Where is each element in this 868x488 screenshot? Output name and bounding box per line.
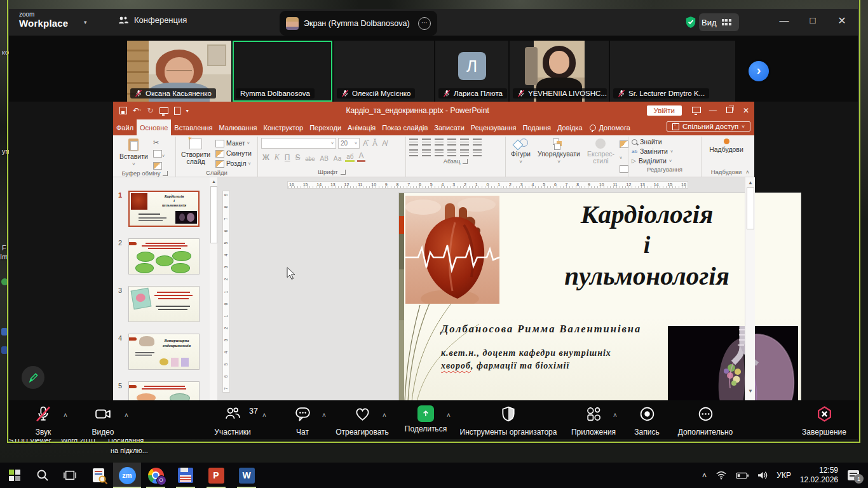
taskbar-word[interactable]: W: [231, 463, 262, 488]
slide-scrollbar[interactable]: ▲ ▼: [745, 177, 755, 400]
hidden-icons-chevron[interactable]: ˄: [702, 471, 707, 480]
tab-view[interactable]: Подання: [520, 119, 554, 135]
maximize-button[interactable]: □: [803, 15, 822, 25]
grow-font-icon[interactable]: А̂: [362, 139, 369, 148]
react-options-chevron[interactable]: ˄: [383, 412, 386, 419]
format-painter-icon[interactable]: [153, 162, 162, 170]
tab-design[interactable]: Конструктор: [260, 119, 306, 135]
start-button[interactable]: [0, 463, 29, 488]
cut-icon[interactable]: ✂: [153, 139, 165, 147]
slide-credentials-line2[interactable]: хвороб, фармації та біохімії: [441, 361, 569, 371]
align-center-icon[interactable]: [422, 149, 431, 156]
select-button[interactable]: ▷Виділити˅: [632, 157, 698, 165]
line-spacing-icon[interactable]: [460, 139, 469, 146]
taskbar-floppy-app[interactable]: [170, 463, 201, 488]
participant-tile[interactable]: Олексій Мусієнко: [334, 41, 434, 102]
layout-button[interactable]: Макет˅: [215, 139, 252, 147]
video-button[interactable]: Видео: [65, 405, 141, 437]
participant-tile[interactable]: Оксана Касьяненко: [127, 41, 231, 102]
slideshow-icon[interactable]: [159, 107, 168, 114]
copy-icon[interactable]: ˅: [153, 149, 165, 160]
slide-thumbnail-2[interactable]: [128, 238, 200, 274]
more-options-icon[interactable]: ⋯: [418, 17, 431, 30]
dialog-launcher-icon[interactable]: [341, 170, 346, 175]
share-options-chevron[interactable]: ˄: [447, 412, 451, 419]
more-button[interactable]: Дополнительно: [667, 405, 743, 437]
close-button[interactable]: ✕: [832, 15, 851, 27]
highlight-color-button[interactable]: аб: [345, 153, 355, 162]
tab-record[interactable]: Записати: [431, 119, 467, 135]
battery-icon[interactable]: [736, 472, 749, 479]
justify-icon[interactable]: [447, 149, 456, 156]
font-size-combo[interactable]: 20˅: [338, 138, 360, 149]
slide-thumbnail-4[interactable]: Ветеринарнаендокринологія: [128, 334, 200, 370]
section-button[interactable]: Розділ˅: [215, 159, 252, 168]
text-shadow-button[interactable]: abe: [304, 156, 316, 162]
chevron-down-icon[interactable]: ▾: [84, 19, 87, 25]
ppt-close-button[interactable]: ✕: [738, 106, 754, 115]
host-tools-button[interactable]: Инструменты организатора: [451, 405, 566, 437]
view-button[interactable]: Вид: [699, 13, 739, 31]
slide-thumbnail-3[interactable]: [128, 286, 200, 322]
participants-button[interactable]: 37 Участники: [194, 405, 271, 437]
sign-in-button[interactable]: Увійти: [647, 105, 682, 116]
language-indicator[interactable]: УКР: [776, 471, 791, 480]
annotate-button[interactable]: [22, 366, 44, 389]
tab-help[interactable]: Довідка: [554, 119, 586, 135]
next-participants-button[interactable]: ›: [749, 61, 769, 81]
tab-review[interactable]: Рецензування: [468, 119, 520, 135]
slide-author[interactable]: Долбаносова Римма Валентинівна: [441, 323, 641, 336]
decrease-indent-icon[interactable]: [435, 139, 444, 146]
desktop-icon-label[interactable]: на підклю...: [111, 447, 148, 454]
taskbar-clock[interactable]: 12:59 12.02.2026: [800, 466, 838, 485]
tab-home[interactable]: Основне: [137, 119, 171, 135]
video-options-chevron[interactable]: ˄: [125, 412, 128, 419]
minimize-button[interactable]: —: [775, 15, 794, 25]
task-view-button[interactable]: [56, 463, 84, 488]
find-button[interactable]: Знайти: [632, 138, 698, 146]
taskbar-powerpoint[interactable]: P: [201, 463, 231, 488]
participant-tile[interactable]: YEVHENIIA LIVOSHC...: [510, 41, 609, 102]
dialog-launcher-icon[interactable]: [463, 159, 468, 164]
ppt-restore-button[interactable]: [721, 106, 738, 115]
shapes-button[interactable]: Фігури˅: [509, 138, 532, 165]
taskbar-search-button[interactable]: [29, 463, 56, 488]
tab-insert[interactable]: Вставлення: [171, 119, 215, 135]
bold-button[interactable]: Ж: [261, 153, 271, 162]
italic-button[interactable]: К: [273, 152, 281, 162]
tab-transitions[interactable]: Переходи: [306, 119, 344, 135]
clear-formatting-icon[interactable]: А̸: [381, 139, 388, 148]
undo-icon[interactable]: ↶˅: [133, 106, 142, 115]
align-right-icon[interactable]: [435, 149, 444, 156]
participant-tile-active-speaker[interactable]: Rymma Dolbanosova: [233, 41, 332, 102]
participant-tile[interactable]: Sr. Lecturer Dmytro K...: [610, 41, 735, 102]
ribbon-display-options-icon[interactable]: [688, 106, 705, 115]
tab-meeting[interactable]: Конференция: [118, 15, 187, 25]
tab-slideshow[interactable]: Показ слайдів: [379, 119, 431, 135]
dialog-launcher-icon[interactable]: [163, 171, 168, 176]
shrink-font-icon[interactable]: А̌: [371, 139, 379, 148]
save-icon[interactable]: [119, 107, 127, 114]
volume-icon[interactable]: [757, 471, 768, 480]
taskbar-zoom-app[interactable]: zm: [113, 463, 141, 488]
change-case-button[interactable]: Аа: [332, 155, 342, 162]
collapse-ribbon-icon[interactable]: ˄: [746, 169, 749, 175]
smartart-convert-icon[interactable]: [473, 149, 482, 156]
paste-button[interactable]: Вставити˅: [118, 138, 150, 168]
slide-1[interactable]: Кардіологія і пульмонологія Долбаносова …: [399, 193, 801, 400]
shape-fill-icon[interactable]: ˅: [620, 139, 628, 162]
align-left-icon[interactable]: [409, 149, 418, 156]
tab-draw[interactable]: Малювання: [215, 119, 260, 135]
strikethrough-button[interactable]: S: [294, 153, 301, 162]
taskbar-stdu-viewer[interactable]: [84, 463, 113, 488]
reset-button[interactable]: Скинути: [215, 149, 252, 158]
arrange-button[interactable]: Упорядкувати˅: [536, 138, 582, 165]
addins-button[interactable]: Надбудови: [707, 138, 745, 154]
increase-indent-icon[interactable]: [447, 139, 456, 146]
slide-credentials-line1[interactable]: к.вет.н., доцент кафедри внутрішніх: [441, 348, 611, 358]
font-name-combo[interactable]: ˅: [261, 138, 336, 149]
ppt-minimize-button[interactable]: —: [705, 106, 721, 115]
bullets-icon[interactable]: [409, 139, 418, 146]
replace-button[interactable]: abЗамінити˅: [632, 147, 698, 155]
tab-animations[interactable]: Анімація: [344, 119, 379, 135]
